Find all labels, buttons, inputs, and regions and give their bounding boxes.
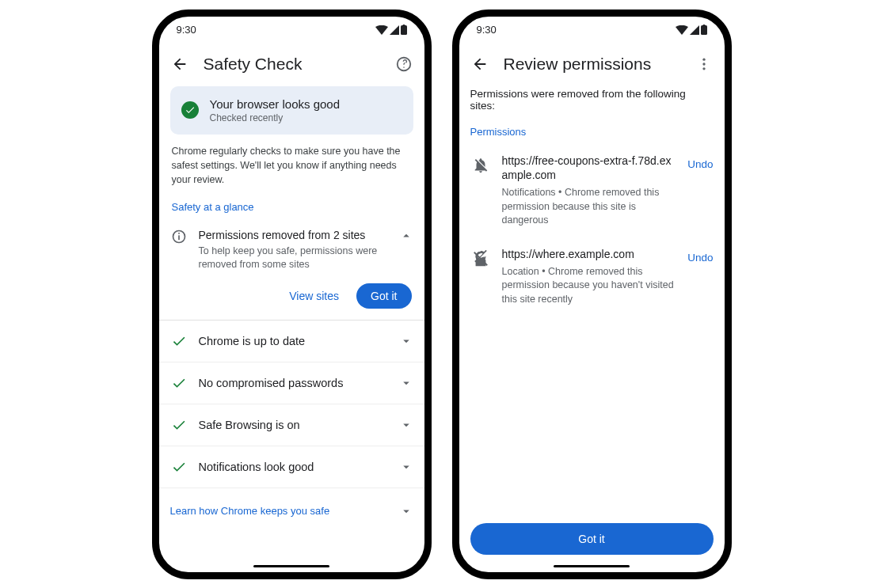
status-time: 9:30 bbox=[477, 24, 497, 36]
site-row: https://free-coupons-extra-f.78d.example… bbox=[470, 146, 714, 239]
wifi-icon bbox=[676, 25, 688, 35]
wifi-icon bbox=[375, 25, 388, 35]
help-icon bbox=[395, 55, 413, 73]
location-off-icon bbox=[470, 248, 491, 269]
chevron-down-icon bbox=[399, 334, 413, 348]
status-card: Your browser looks good Checked recently bbox=[170, 86, 413, 135]
site-desc: Location • Chrome removed this permissio… bbox=[502, 265, 677, 307]
help-button[interactable] bbox=[394, 55, 413, 74]
check-row-safe-browsing[interactable]: Safe Browsing is on bbox=[159, 404, 424, 446]
check-label: Safe Browsing is on bbox=[199, 419, 388, 431]
chevron-down-icon bbox=[399, 418, 413, 432]
got-it-button[interactable]: Got it bbox=[470, 523, 714, 555]
signal-icon bbox=[390, 25, 399, 35]
bell-off-icon bbox=[470, 155, 491, 176]
permissions-label: Permissions bbox=[470, 126, 714, 138]
status-sub: Checked recently bbox=[210, 112, 341, 123]
app-bar: Safety Check bbox=[159, 44, 424, 85]
status-bar: 9:30 bbox=[159, 17, 424, 44]
intro-text: Permissions were removed from the follow… bbox=[470, 88, 714, 112]
status-heading: Your browser looks good bbox=[210, 97, 341, 111]
learn-row[interactable]: Learn how Chrome keeps you safe bbox=[170, 496, 413, 526]
svg-rect-0 bbox=[401, 25, 407, 35]
arrow-back-icon bbox=[171, 55, 188, 73]
glance-label: Safety at a glance bbox=[172, 201, 412, 213]
permissions-title: Permissions removed from 2 sites bbox=[199, 229, 388, 241]
undo-button[interactable]: Undo bbox=[687, 158, 713, 170]
site-row: https://where.example.com Location • Chr… bbox=[470, 239, 714, 317]
learn-link[interactable]: Learn how Chrome keeps you safe bbox=[170, 505, 330, 517]
check-icon bbox=[170, 417, 188, 433]
site-url: https://where.example.com bbox=[502, 247, 677, 262]
undo-button[interactable]: Undo bbox=[687, 252, 713, 264]
back-button[interactable] bbox=[470, 55, 489, 74]
phone-right: 9:30 Review permissions Permissions were… bbox=[452, 9, 732, 579]
more-vert-icon bbox=[696, 56, 712, 72]
permissions-card: Permissions removed from 2 sites To help… bbox=[159, 218, 424, 321]
page-title: Review permissions bbox=[504, 55, 680, 74]
signal-icon bbox=[690, 25, 699, 35]
bottom-bar: Got it bbox=[470, 523, 714, 555]
svg-point-10 bbox=[702, 67, 705, 70]
check-circle-icon bbox=[181, 101, 199, 119]
chevron-down-icon bbox=[399, 460, 413, 474]
page-title: Safety Check bbox=[204, 55, 380, 74]
body-text: Chrome regularly checks to make sure you… bbox=[172, 144, 412, 187]
view-sites-button[interactable]: View sites bbox=[278, 283, 350, 309]
check-label: No compromised passwords bbox=[199, 377, 388, 389]
status-icons bbox=[375, 25, 407, 35]
chevron-down-icon bbox=[399, 376, 413, 390]
svg-point-9 bbox=[702, 63, 705, 65]
check-label: Notifications look good bbox=[199, 461, 388, 473]
got-it-button[interactable]: Got it bbox=[356, 283, 411, 309]
svg-rect-4 bbox=[178, 235, 180, 240]
svg-rect-5 bbox=[178, 233, 180, 234]
battery-icon bbox=[401, 25, 407, 35]
site-desc: Notifications • Chrome removed this perm… bbox=[502, 186, 677, 228]
svg-point-8 bbox=[702, 58, 705, 60]
battery-icon bbox=[701, 25, 707, 35]
check-row-update[interactable]: Chrome is up to date bbox=[159, 321, 424, 362]
svg-rect-1 bbox=[402, 25, 405, 26]
back-button[interactable] bbox=[170, 55, 189, 74]
check-label: Chrome is up to date bbox=[199, 335, 388, 347]
info-icon bbox=[170, 229, 188, 245]
check-icon bbox=[170, 375, 188, 391]
check-row-passwords[interactable]: No compromised passwords bbox=[159, 362, 424, 404]
chevron-up-icon[interactable] bbox=[399, 229, 413, 243]
app-bar: Review permissions bbox=[459, 44, 725, 85]
check-icon bbox=[170, 333, 188, 349]
site-url: https://free-coupons-extra-f.78d.example… bbox=[502, 154, 677, 184]
svg-rect-7 bbox=[702, 25, 705, 26]
chevron-down-icon bbox=[399, 504, 413, 518]
arrow-back-icon bbox=[471, 55, 489, 73]
check-row-notifications[interactable]: Notifications look good bbox=[159, 446, 424, 488]
status-icons bbox=[676, 25, 707, 35]
permissions-sub: To help keep you safe, permissions were … bbox=[199, 245, 388, 272]
phone-left: 9:30 Safety Check Your browser bbox=[152, 9, 432, 579]
check-icon bbox=[170, 459, 188, 475]
status-bar: 9:30 bbox=[459, 17, 725, 44]
more-button[interactable] bbox=[695, 55, 714, 74]
status-time: 9:30 bbox=[177, 24, 196, 36]
svg-rect-6 bbox=[701, 25, 707, 35]
